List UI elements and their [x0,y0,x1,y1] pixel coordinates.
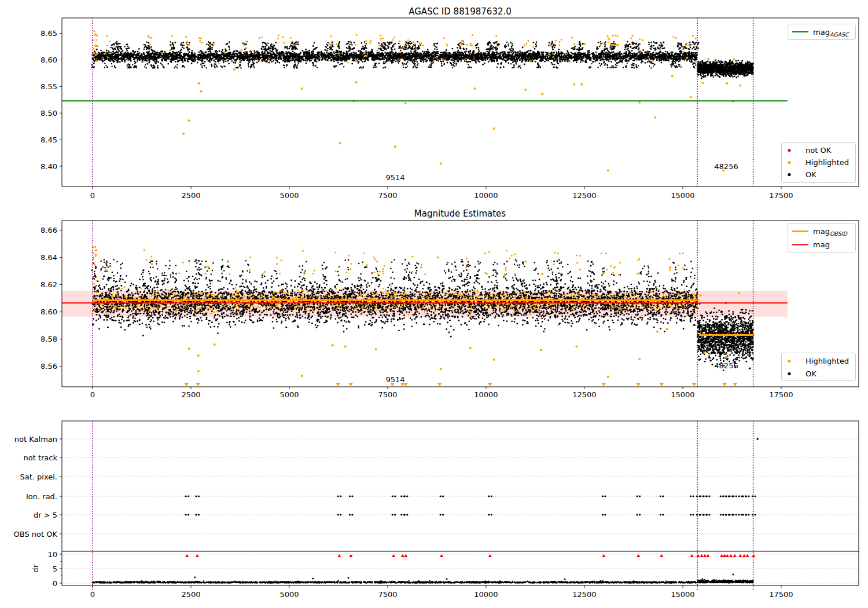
xtick-label: 0 [90,590,95,599]
xtick-label: 5000 [279,191,299,200]
xtick-label: 17500 [769,390,793,399]
xtick-label: 2500 [181,390,200,399]
xtick-label: 7500 [378,191,397,200]
ytick-label: 8.50 [41,109,57,118]
bot-spine [62,421,859,585]
xtick-label: 2500 [181,191,200,200]
xtick-label: 12500 [572,590,596,599]
top-yticks: 8.408.458.508.558.608.65 [41,29,62,170]
mid-yticks: 8.568.588.608.628.648.66 [41,226,62,371]
legend-ok-label: OK [806,170,816,179]
top-spikes-1 [91,63,697,69]
xtick-label: 5000 [279,390,299,399]
xtick-label: 17500 [769,191,793,200]
dr-over-10-red-markers [185,554,755,557]
flag-row-label: not track [23,453,57,462]
obsid-boundary-vlines-bot [93,421,753,590]
annotation-obsid-48256-mid: 48256 [714,361,738,370]
panel-bot: 025005000750010000125001500017500not Kal… [0,408,868,608]
legend-ok-dot-mid [788,372,790,375]
legend-mag-agasc: magAGASC [788,24,856,40]
panel-top: 0250050007500100001250015000175008.408.4… [0,0,868,208]
mid-xticks: 025005000750010000125001500017500 [90,387,793,399]
mid-plot-area [62,221,788,387]
xtick-label: 15000 [671,191,694,200]
ytick-label: 8.45 [41,135,57,144]
flag-points-not-kalman [757,438,759,439]
top-xticks: 025005000750010000125001500017500 [90,186,793,200]
xtick-label: 10000 [474,590,498,599]
bot-dynamic-layer: 025005000750010000125001500017500not Kal… [14,421,859,599]
legend-highlighted-dot-mid [788,360,790,362]
top-cluster-1 [697,59,754,79]
mid-spikes-1 [105,249,684,275]
legend-ok-dot [788,173,790,176]
dr-tick-label: 5 [53,565,57,573]
top-spikes-0 [110,41,699,50]
ytick-label: 8.58 [41,335,57,343]
figure-agasc-magnitude-plots: 0250050007500100001250015000175008.408.4… [0,0,868,608]
flag-points-ion-rad- [185,495,756,497]
bot-xticks: 025005000750010000125001500017500 [90,585,793,599]
xtick-label: 15000 [671,390,694,399]
flag-row-label: Ion. rad. [26,492,57,501]
dr-tick-label: 0 [53,579,57,588]
ytick-label: 8.60 [41,307,57,316]
ytick-label: 8.40 [41,162,57,171]
dr-scatter-band-0 [92,580,697,584]
xtick-label: 7500 [378,390,397,399]
xtick-label: 15000 [671,590,694,599]
xtick-label: 2500 [181,590,200,599]
panel-mid-title: Magnitude Estimates [414,208,506,219]
panel-mid: 0250050007500100001250015000175008.568.5… [0,208,868,408]
flag-row-label: OBS not OK [14,530,58,539]
legend-notok-label: not OK [806,146,832,155]
panel-top-title: AGASC ID 881987632.0 [409,6,512,17]
xtick-label: 10000 [474,191,498,200]
mid-cluster-1 [92,272,698,337]
obsid-boundary-vlines [93,18,753,186]
xtick-label: 12500 [572,191,596,200]
ytick-label: 8.55 [41,82,57,91]
legend-ok-label-mid: OK [806,369,816,378]
annotation-obsid-9514-mid: 9514 [385,375,404,384]
xtick-label: 7500 [378,590,397,599]
mid-dynamic-layer: 0250050007500100001250015000175008.568.5… [41,221,859,399]
ytick-label: 8.66 [41,226,57,235]
xtick-label: 17500 [769,590,793,599]
clipped-below-markers [184,383,738,386]
ytick-label: 8.60 [41,56,57,64]
xtick-label: 0 [90,390,95,399]
legend-mag-lines: magOBSID mag [788,224,856,252]
legend-notok-dot [788,149,790,152]
legend-point-types-top: not OK Highlighted OK [782,143,856,183]
ytick-label: 8.62 [41,280,57,289]
flag-row-label: Sat. pixel. [20,473,57,481]
dr-axis-label: dr [31,565,40,573]
legend-mag-label: mag [813,240,830,249]
xtick-label: 0 [90,191,95,200]
flag-gridlines [62,439,859,583]
flag-row-label: dr > 5 [34,511,57,519]
ytick-label: 8.65 [41,29,57,38]
top-highlighted-outliers [182,58,741,172]
top-spikes-2 [106,34,696,47]
legend-highlighted-label-mid: Highlighted [806,357,849,365]
bot-yticks: not Kalmannot trackSat. pixel.Ion. rad.d… [14,435,62,588]
annotation-obsid-9514-top: 9514 [385,173,404,182]
dr-extra-points [194,574,734,581]
legend-point-types-mid: Highlighted OK [782,353,856,381]
legend-highlighted-label: Highlighted [806,158,849,167]
ytick-label: 8.56 [41,362,57,371]
dr-tick-label: 10 [47,550,57,559]
flag-row-label: not Kalman [14,435,57,444]
xtick-label: 12500 [572,390,596,399]
mid-spikes-0 [91,259,695,282]
legend-highlighted-dot [788,161,790,164]
ytick-label: 8.64 [41,253,57,262]
xtick-label: 10000 [474,390,498,399]
top-dynamic-layer: 0250050007500100001250015000175008.408.4… [41,18,859,200]
annotation-obsid-48256-top: 48256 [714,162,738,171]
dr-scatter-band-1 [697,578,754,584]
mid-orange-start-column [92,246,98,287]
